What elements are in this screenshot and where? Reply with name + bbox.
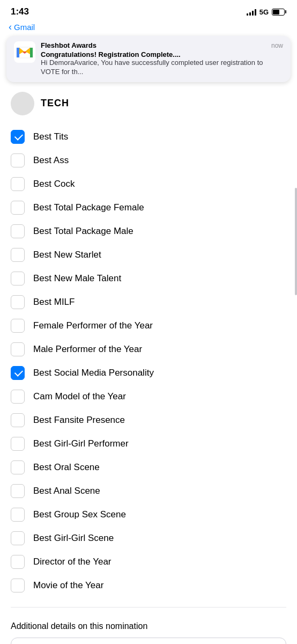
checkbox-cam-model-of-the-year[interactable] [11,390,25,404]
checkbox-item-best-ass[interactable]: Best Ass [0,149,297,172]
checkbox-label-best-group-sex-scene: Best Group Sex Scene [33,509,126,521]
signal-bar-3 [252,11,254,16]
checkbox-best-total-package-female[interactable] [11,201,25,215]
checkbox-best-new-starlet[interactable] [11,248,25,262]
notification-app-name: Fleshbot Awards [41,41,96,49]
signal-bar-1 [247,13,248,16]
signal-bar-4 [255,9,256,16]
checkbox-item-best-social-media-personality[interactable]: Best Social Media Personality [0,361,297,385]
status-time: 1:43 [11,6,29,17]
checkbox-item-male-performer-of-the-year[interactable]: Male Performer of the Year [0,338,297,361]
checkbox-best-cock[interactable] [11,177,25,191]
tech-avatar [11,92,34,115]
battery-icon [272,9,286,16]
checkbox-item-movie-of-the-year[interactable]: Movie of the Year [0,574,297,597]
checkbox-item-female-performer-of-the-year[interactable]: Female Performer of the Year [0,314,297,338]
checkbox-label-best-total-package-female: Best Total Package Female [33,202,144,214]
checkbox-label-best-ass: Best Ass [33,155,69,166]
checkbox-item-best-tits[interactable]: Best Tits [0,125,297,149]
checkbox-item-best-new-starlet[interactable]: Best New Starlet [0,243,297,267]
checkbox-item-best-total-package-male[interactable]: Best Total Package Male [0,219,297,243]
checkbox-best-anal-scene[interactable] [11,484,25,498]
divider [11,607,286,608]
tech-label: TECH [41,98,69,109]
checkbox-best-ass[interactable] [11,153,25,167]
checkbox-best-group-sex-scene[interactable] [11,508,25,522]
svg-rect-5 [30,48,33,57]
checkbox-item-best-girl-girl-scene[interactable]: Best Girl-Girl Scene [0,526,297,550]
battery-body [272,9,285,16]
checkbox-label-best-new-starlet: Best New Starlet [33,249,101,261]
back-nav[interactable]: ‹ Gmail [0,19,297,36]
notification-content: Fleshbot Awards now Congratulations! Reg… [41,41,283,77]
checkbox-best-oral-scene[interactable] [11,460,25,474]
checkbox-label-cam-model-of-the-year: Cam Model of the Year [33,391,126,402]
checkbox-label-best-girl-girl-scene: Best Girl-Girl Scene [33,532,114,544]
checkbox-label-best-tits: Best Tits [33,131,68,143]
signal-bar-2 [249,12,251,16]
checkbox-best-total-package-male[interactable] [11,224,25,238]
checkbox-item-best-girl-girl-performer[interactable]: Best Girl-Girl Performer [0,432,297,456]
notification-body: Hi DemoraAvarice, You have successfully … [41,58,283,77]
checkbox-list: Best TitsBest AssBest CockBest Total Pac… [0,121,297,602]
notification-title: Congratulations! Registration Complete..… [41,50,283,58]
checkbox-item-director-of-the-year[interactable]: Director of the Year [0,550,297,574]
checkbox-best-social-media-personality[interactable] [11,366,25,380]
checkbox-best-milf[interactable] [11,295,25,309]
checkbox-best-girl-girl-scene[interactable] [11,531,25,545]
checkbox-best-fansite-presence[interactable] [11,413,25,427]
svg-rect-4 [17,48,19,57]
checkbox-label-best-fansite-presence: Best Fansite Presence [33,414,125,426]
checkbox-label-best-girl-girl-performer: Best Girl-Girl Performer [33,438,129,450]
network-label: 5G [259,8,269,16]
notification-app-icon [14,41,35,63]
checkbox-label-movie-of-the-year: Movie of the Year [33,580,103,591]
checkbox-item-best-anal-scene[interactable]: Best Anal Scene [0,479,297,503]
checkbox-item-best-oral-scene[interactable]: Best Oral Scene [0,456,297,479]
notification-header: Fleshbot Awards now [41,41,283,49]
checkbox-label-best-social-media-personality: Best Social Media Personality [33,367,154,379]
checkbox-item-cam-model-of-the-year[interactable]: Cam Model of the Year [0,385,297,408]
checkbox-item-best-total-package-female[interactable]: Best Total Package Female [0,196,297,219]
tech-section: TECH [0,82,297,121]
checkbox-item-best-new-male-talent[interactable]: Best New Male Talent [0,267,297,290]
checkbox-director-of-the-year[interactable] [11,555,25,569]
additional-details-section: Additional details on this nomination Ad… [0,613,297,644]
checkbox-item-best-fansite-presence[interactable]: Best Fansite Presence [0,408,297,432]
checkbox-label-best-cock: Best Cock [33,178,75,190]
checkbox-item-best-milf[interactable]: Best MILF [0,290,297,314]
checkbox-best-tits[interactable] [11,130,25,144]
notification-banner[interactable]: Fleshbot Awards now Congratulations! Reg… [6,36,291,82]
gmail-icon [15,42,34,62]
checkbox-item-best-cock[interactable]: Best Cock [0,172,297,196]
additional-details-heading: Additional details on this nomination [11,621,286,631]
checkbox-best-girl-girl-performer[interactable] [11,437,25,451]
checkbox-label-best-total-package-male: Best Total Package Male [33,225,133,237]
battery-tip [285,10,286,13]
checkbox-label-best-anal-scene: Best Anal Scene [33,485,100,497]
content-area: TECH Best TitsBest AssBest CockBest Tota… [0,82,297,644]
checkbox-label-director-of-the-year: Director of the Year [33,556,112,568]
checkbox-label-best-milf: Best MILF [33,296,75,308]
battery-fill [273,10,279,14]
checkbox-label-best-new-male-talent: Best New Male Talent [33,273,121,284]
checkbox-female-performer-of-the-year[interactable] [11,319,25,333]
status-icons: 5G [247,8,286,16]
checkbox-best-new-male-talent[interactable] [11,272,25,286]
checkbox-male-performer-of-the-year[interactable] [11,342,25,356]
notification-time: now [271,42,283,49]
signal-bars-icon [247,8,256,16]
additional-details-box: Additional details on this nomination RE… [11,638,286,644]
checkbox-item-best-group-sex-scene[interactable]: Best Group Sex Scene [0,503,297,526]
scroll-indicator [295,188,297,295]
checkbox-label-female-performer-of-the-year: Female Performer of the Year [33,320,153,332]
checkbox-label-best-oral-scene: Best Oral Scene [33,462,100,473]
checkbox-movie-of-the-year[interactable] [11,579,25,592]
back-label: Gmail [14,23,35,32]
status-bar: 1:43 5G [0,0,297,19]
back-chevron-icon: ‹ [9,21,12,33]
checkbox-label-male-performer-of-the-year: Male Performer of the Year [33,343,142,355]
